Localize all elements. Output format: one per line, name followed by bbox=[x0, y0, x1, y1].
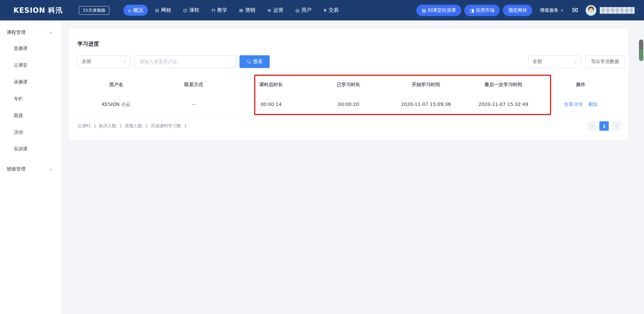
page-title: 学习进度 bbox=[77, 41, 99, 48]
navbar-right-actions: ▤ 到课堂街选课 ◨ 应用市场 预览网校 增值服务 ∨ ✉ ’ bbox=[413, 5, 638, 16]
sidebar-group-class-management[interactable]: 班级管理 ∧ bbox=[0, 162, 61, 177]
nav-item-trade[interactable]: ¥ 交易 bbox=[319, 5, 343, 16]
delete-link[interactable]: 删除 bbox=[588, 102, 598, 107]
nav-item-course[interactable]: ⊡ 课程 bbox=[178, 5, 204, 16]
course-camera-icon: ⊡ bbox=[183, 8, 187, 13]
nav-item-overview[interactable]: ⌂ 概况 bbox=[123, 5, 148, 16]
sidebar-item-live-course[interactable]: 直播课 bbox=[0, 40, 61, 57]
trial-version-badge: 15天体验版 bbox=[79, 6, 109, 15]
card-footer: 总课时: 1 购买人数: 1 观看人数: 1 完成课时学习数: 1 ‹ 1 › bbox=[77, 118, 621, 134]
cell-studied-duration: 00:00:20 bbox=[310, 94, 387, 115]
value-added-services-menu[interactable]: 增值服务 ∨ bbox=[540, 7, 563, 13]
col-contact: 联系方式 bbox=[155, 75, 232, 94]
nav-label: 用户 bbox=[302, 7, 312, 13]
button-label: 预览网校 bbox=[508, 7, 527, 13]
col-operations: 操作 bbox=[542, 75, 620, 94]
sidebar-course-items: 直播课 云课堂 录播课 专栏 面授 活动 实训课 bbox=[0, 40, 61, 157]
export-students-button[interactable]: 导出学员数据 bbox=[585, 55, 625, 68]
main-nav: ⌂ 概况 ⊟ 网校 ⊡ 课程 ⊓ 教学 ⊞ 营销 ≋ 运营 ◎ 用户 ¥ 交易 bbox=[123, 5, 343, 16]
top-navbar: KESION 科汛 15天体验版 ⌂ 概况 ⊟ 网校 ⊡ 课程 ⊓ 教学 ⊞ 营… bbox=[0, 0, 644, 20]
prev-page-button[interactable]: ‹ bbox=[587, 121, 597, 131]
menu-label: 增值服务 bbox=[540, 7, 558, 13]
school-icon: ⊟ bbox=[155, 8, 159, 13]
col-start-time: 开始学习时间 bbox=[387, 75, 465, 94]
col-studied-duration: 已学习时长 bbox=[310, 75, 387, 94]
user-avatar[interactable] bbox=[586, 5, 596, 16]
sidebar: 课程管理 ∧ 直播课 云课堂 录播课 专栏 面授 活动 实训课 班级管理 ∧ bbox=[0, 20, 61, 314]
blurred-username[interactable] bbox=[600, 7, 635, 14]
search-button[interactable]: 搜索 bbox=[239, 55, 270, 68]
table-header-row: 用户名 联系方式 课时总时长 已学习时长 开始学习时间 最后一次学习时间 操作 bbox=[77, 75, 620, 94]
user-icon: ◎ bbox=[296, 8, 300, 13]
chevron-up-icon: ∧ bbox=[49, 30, 52, 35]
chevron-up-icon: ∧ bbox=[49, 167, 52, 172]
chevron-down-icon: ∨ bbox=[574, 60, 577, 64]
button-label: 到课堂街选课 bbox=[428, 7, 456, 13]
range-select[interactable]: 全部 ∨ bbox=[528, 55, 581, 68]
overview-home-icon: ⌂ bbox=[128, 8, 131, 13]
mail-icon[interactable]: ✉ bbox=[572, 7, 578, 14]
cell-operations: 查看详情 删除 bbox=[542, 94, 620, 115]
nav-label: 交易 bbox=[329, 7, 339, 13]
learning-progress-card: 学习进度 全部 ∨ 搜索 全部 ∨ 导出学员数据 用户名 联系方式 课时总时长 bbox=[69, 28, 628, 140]
col-username: 用户名 bbox=[77, 75, 155, 94]
search-icon bbox=[247, 60, 251, 64]
app-market-button[interactable]: ◨ 应用市场 bbox=[464, 5, 500, 16]
content-area: 学习进度 全部 ∨ 搜索 全部 ∨ 导出学员数据 用户名 联系方式 课时总时长 bbox=[61, 20, 644, 314]
sidebar-item-recorded-course[interactable]: 录播课 bbox=[0, 73, 61, 90]
sidebar-item-training-course[interactable]: 实训课 bbox=[0, 140, 61, 157]
sidebar-item-column[interactable]: 专栏 bbox=[0, 90, 61, 107]
nav-label: 概况 bbox=[133, 7, 143, 13]
nav-item-school[interactable]: ⊟ 网校 bbox=[151, 5, 176, 16]
progress-table: 用户名 联系方式 课时总时长 已学习时长 开始学习时间 最后一次学习时间 操作 … bbox=[77, 75, 620, 115]
cell-total-duration: 00:00:14 bbox=[232, 94, 310, 115]
view-details-link[interactable]: 查看详情 bbox=[564, 102, 583, 107]
chevron-down-icon: ∨ bbox=[123, 60, 126, 64]
nav-item-teaching[interactable]: ⊓ 教学 bbox=[207, 5, 232, 16]
button-label: 应用市场 bbox=[476, 7, 494, 13]
nav-item-marketing[interactable]: ⊞ 营销 bbox=[234, 5, 260, 16]
select-value: 全部 bbox=[533, 59, 542, 65]
nav-label: 网校 bbox=[161, 7, 171, 13]
teaching-board-icon: ⊓ bbox=[211, 8, 215, 13]
classroom-street-button[interactable]: ▤ 到课堂街选课 bbox=[416, 5, 461, 16]
col-last-time: 最后一次学习时间 bbox=[465, 75, 542, 94]
cell-username: KESION 小云 bbox=[77, 94, 155, 115]
nav-label: 运营 bbox=[273, 7, 283, 13]
brand-logo: KESION 科汛 bbox=[13, 6, 63, 15]
search-input[interactable] bbox=[135, 55, 236, 68]
trade-yen-icon: ¥ bbox=[324, 8, 327, 13]
cell-contact: -- bbox=[155, 94, 232, 115]
sidebar-item-activity[interactable]: 活动 bbox=[0, 124, 61, 140]
summary-stats: 总课时: 1 购买人数: 1 观看人数: 1 完成课时学习数: 1 bbox=[77, 123, 187, 129]
operation-layers-icon: ≋ bbox=[267, 8, 271, 13]
nav-label: 课程 bbox=[189, 7, 199, 13]
sidebar-group-course-management[interactable]: 课程管理 ∧ bbox=[0, 25, 61, 40]
nav-item-users[interactable]: ◎ 用户 bbox=[291, 5, 316, 16]
group-label: 课程管理 bbox=[7, 29, 25, 36]
cell-last-time: 2020-11-07 15:32:49 bbox=[465, 94, 542, 115]
sidebar-item-face-to-face[interactable]: 面授 bbox=[0, 107, 61, 124]
sidebar-item-cloud-classroom[interactable]: 云课堂 bbox=[0, 57, 61, 73]
select-value: 全部 bbox=[82, 59, 91, 65]
next-page-button[interactable]: › bbox=[611, 121, 621, 131]
user-dropdown-caret: ’ bbox=[637, 8, 638, 13]
category-select[interactable]: 全部 ∨ bbox=[77, 55, 130, 68]
group-label: 班级管理 bbox=[7, 166, 25, 172]
button-label: 搜索 bbox=[253, 59, 263, 65]
scrollbar-thumb[interactable] bbox=[639, 40, 643, 61]
nav-label: 营销 bbox=[245, 7, 255, 13]
nav-label: 教学 bbox=[217, 7, 227, 13]
shopping-bag-icon: ◨ bbox=[470, 8, 474, 13]
chevron-down-icon: ∨ bbox=[560, 8, 563, 12]
marketing-gift-icon: ⊞ bbox=[239, 8, 243, 13]
preview-school-button[interactable]: 预览网校 bbox=[503, 5, 532, 16]
nav-item-operation[interactable]: ≋ 运营 bbox=[263, 5, 288, 16]
storefront-icon: ▤ bbox=[422, 8, 426, 13]
page-1-button[interactable]: 1 bbox=[599, 121, 609, 131]
pagination: ‹ 1 › bbox=[587, 121, 621, 131]
filter-toolbar: 全部 ∨ 搜索 全部 ∨ 导出学员数据 bbox=[77, 55, 625, 68]
table-row: KESION 小云 -- 00:00:14 00:00:20 2020-11-0… bbox=[77, 94, 620, 115]
col-total-duration: 课时总时长 bbox=[232, 75, 310, 94]
cell-start-time: 2020-11-07 15:09:36 bbox=[387, 94, 465, 115]
